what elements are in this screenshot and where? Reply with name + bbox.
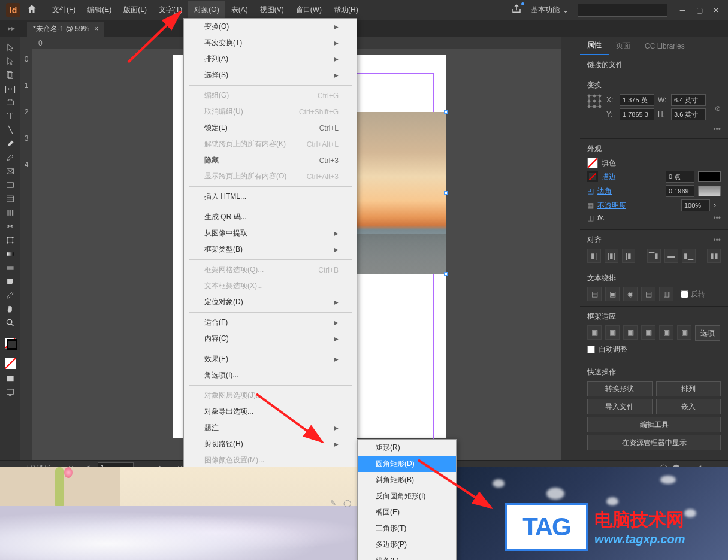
submenu-item[interactable]: 反向圆角矩形(I) <box>358 488 456 504</box>
edit-tool-button[interactable]: 编辑工具 <box>587 417 721 432</box>
fit-options-button[interactable]: 选项 <box>695 325 720 341</box>
submenu-item[interactable]: 斜角矩形(B) <box>358 472 456 488</box>
menu-item[interactable]: 插入 HTML... <box>184 189 357 205</box>
submenu-item[interactable]: 线条(L) <box>358 553 456 560</box>
selection-tool[interactable] <box>2 41 19 54</box>
wrap-jump[interactable]: ▤ <box>641 287 655 301</box>
menu-item[interactable]: 变换(O)▶ <box>184 19 357 35</box>
pen-tool[interactable] <box>2 137 19 150</box>
import-button[interactable]: 导入文件 <box>587 399 653 414</box>
more-options-icon[interactable]: ••• <box>713 236 721 244</box>
fit-1[interactable]: ▣ <box>587 325 602 340</box>
wrap-bbox[interactable]: ▣ <box>605 287 620 301</box>
grid-tool-2[interactable] <box>2 206 19 219</box>
maximize-button[interactable]: ▢ <box>693 6 705 14</box>
submenu-item[interactable]: 圆角矩形(D) <box>358 456 456 472</box>
share-icon[interactable] <box>511 4 522 16</box>
distribute[interactable]: ▮▮ <box>707 249 721 263</box>
opacity-value[interactable] <box>681 199 710 211</box>
page-tool[interactable] <box>2 68 19 81</box>
tab-properties[interactable]: 属性 <box>580 37 609 55</box>
loop-icon[interactable]: ◯ <box>343 499 351 507</box>
reverse-checkbox[interactable] <box>681 290 688 298</box>
brush-icon[interactable]: ✎ <box>330 499 336 507</box>
fit-3[interactable]: ▣ <box>623 325 638 340</box>
menu-item[interactable]: 题注▶ <box>184 420 357 436</box>
screen-mode[interactable] <box>2 386 19 399</box>
stroke-swatch[interactable] <box>587 171 598 182</box>
tab-pages[interactable]: 页面 <box>609 37 638 55</box>
menu-item[interactable]: 框架类型(B)▶ <box>184 241 357 258</box>
menu-item[interactable]: 锁定(L)Ctrl+L <box>184 120 357 136</box>
submenu-item[interactable]: 三角形(T) <box>358 520 456 537</box>
wrap-none[interactable]: ▤ <box>587 287 602 301</box>
stroke-value[interactable] <box>666 171 694 183</box>
stroke-style[interactable] <box>698 171 721 182</box>
gradient-feather-tool[interactable] <box>2 261 19 274</box>
document-tab[interactable]: *未命名-1 @ 59% × <box>27 22 104 37</box>
search-input[interactable] <box>578 4 667 17</box>
menu-item[interactable]: 从图像中提取▶ <box>184 225 357 241</box>
type-tool[interactable]: T <box>2 110 19 123</box>
menu-item[interactable]: 定位对象(D)▶ <box>184 294 357 310</box>
gradient-swatch-tool[interactable] <box>2 247 19 261</box>
x-input[interactable] <box>620 94 654 106</box>
minimize-button[interactable]: ─ <box>676 6 688 14</box>
embed-button[interactable]: 嵌入 <box>656 399 721 414</box>
fill-swatch[interactable] <box>587 158 598 168</box>
arrange-button[interactable]: 排列 <box>656 381 721 396</box>
menu-item[interactable]: 选择(S)▶ <box>184 67 357 83</box>
align-right[interactable]: |▮ <box>622 249 636 263</box>
fill-stroke-swatch[interactable] <box>2 334 19 352</box>
scissors-tool[interactable]: ✂ <box>2 220 19 233</box>
menu-item[interactable]: 内容(C)▶ <box>184 331 357 347</box>
menu-文件[interactable]: 文件(F) <box>46 1 81 19</box>
menu-视图[interactable]: 视图(V) <box>254 1 290 19</box>
menu-item[interactable]: 适合(F)▶ <box>184 314 357 331</box>
menu-item[interactable]: 生成 QR 码... <box>184 209 357 225</box>
note-tool[interactable] <box>2 275 19 288</box>
menu-item[interactable]: 剪切路径(H)▶ <box>184 436 357 452</box>
free-transform-tool[interactable] <box>2 234 19 247</box>
menu-版面[interactable]: 版面(L) <box>117 1 153 19</box>
menu-表[interactable]: 表(A) <box>225 1 254 19</box>
menu-item[interactable]: 角选项(I)... <box>184 367 357 383</box>
y-input[interactable] <box>620 108 654 120</box>
fit-6[interactable]: ▣ <box>677 325 691 340</box>
fx-label[interactable]: fx. <box>597 214 605 222</box>
menu-item[interactable]: 对象导出选项... <box>184 404 357 420</box>
stroke-label[interactable]: 描边 <box>602 172 616 182</box>
view-mode[interactable] <box>2 372 19 385</box>
zoom-tool[interactable] <box>2 316 19 329</box>
menu-item[interactable]: 排列(A)▶ <box>184 51 357 67</box>
color-apply-swatch[interactable] <box>2 356 19 371</box>
align-bottom[interactable]: ▮▁ <box>682 249 696 263</box>
more-options-icon[interactable]: ••• <box>713 214 721 222</box>
convert-shape-button[interactable]: 转换形状 <box>587 381 653 396</box>
wrap-shape[interactable]: ◉ <box>623 287 638 301</box>
more-options-icon[interactable]: ••• <box>587 125 721 134</box>
menu-帮助[interactable]: 帮助(H) <box>328 1 364 19</box>
submenu-item[interactable]: 多边形(P) <box>358 537 456 553</box>
menu-item[interactable]: 隐藏Ctrl+3 <box>184 152 357 168</box>
workspace-switcher[interactable]: 基本功能 ⌄ <box>531 5 569 15</box>
content-collector-tool[interactable] <box>2 96 19 109</box>
w-input[interactable] <box>671 94 706 106</box>
h-input[interactable] <box>671 108 706 120</box>
direct-selection-tool[interactable] <box>2 55 19 68</box>
submenu-item[interactable]: 矩形(R) <box>358 440 456 456</box>
close-button[interactable]: ✕ <box>710 6 722 14</box>
align-center-v[interactable]: ▬ <box>664 249 678 263</box>
home-icon[interactable] <box>26 4 37 16</box>
menu-item[interactable]: 再次变换(T)▶ <box>184 35 357 51</box>
reveal-button[interactable]: 在资源管理器中显示 <box>587 435 721 450</box>
menu-文字[interactable]: 文字(T) <box>153 1 188 19</box>
align-top[interactable]: ▔▮ <box>647 249 661 263</box>
fit-4[interactable]: ▣ <box>641 325 655 340</box>
panel-toggle-icon[interactable]: ▸▸ <box>8 24 15 32</box>
hand-tool[interactable] <box>2 302 19 316</box>
pencil-tool[interactable] <box>2 151 19 164</box>
constrain-icon[interactable]: ⊘ <box>715 104 721 113</box>
gap-tool[interactable]: |↔| <box>2 82 19 95</box>
opacity-label[interactable]: 不透明度 <box>597 201 626 211</box>
